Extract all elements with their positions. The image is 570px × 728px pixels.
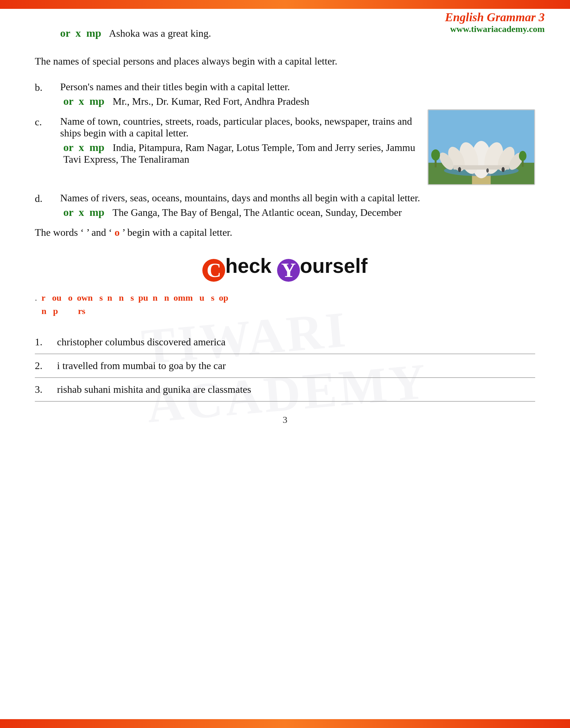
top-border	[0, 0, 570, 9]
item-d-text: Names of rivers, seas, oceans, mountains…	[60, 192, 535, 204]
x-word: x	[75, 27, 81, 39]
svg-point-15	[519, 151, 527, 160]
svg-point-16	[458, 167, 461, 172]
lotus-temple-image	[428, 109, 535, 185]
list-label-c: c.	[35, 115, 60, 128]
exercise-num-3: 3.	[35, 384, 57, 395]
svg-point-17	[502, 167, 505, 172]
or-xmp-c: or x mp	[63, 141, 104, 153]
instr-n4: n	[164, 293, 170, 302]
list-label-b: b.	[35, 81, 60, 93]
instr-n5: n	[41, 306, 46, 316]
exercise-text-2: i travelled from mumbai to goa by the ca…	[57, 360, 535, 372]
grammar-title: English Grammar 3	[445, 10, 545, 24]
bottom-border	[0, 719, 570, 728]
item-b-example: or x mp Mr., Mrs., Dr. Kumar, Red Fort, …	[60, 95, 535, 107]
list-label-d: d.	[35, 192, 60, 204]
page-number: 3	[35, 414, 535, 425]
page-header: English Grammar 3 www.tiwariacademy.com	[445, 10, 545, 34]
item-b-example-text: Mr., Mrs., Dr. Kumar, Red Fort, Andhra P…	[113, 96, 309, 107]
special-note: The words ‘ ’ and ‘ o ’ begin with a cap…	[35, 227, 535, 238]
instr-rs: rs	[78, 306, 85, 316]
instr-r: r	[41, 293, 45, 302]
instr-s3: s	[211, 293, 214, 302]
list-item-b: b. Person's names and their titles begin…	[35, 81, 535, 109]
exercise-text-3: rishab suhani mishita and gunika are cla…	[57, 384, 535, 395]
or-xmp-d: or x mp	[63, 206, 104, 218]
list-item-c: c.	[35, 115, 535, 185]
instr-p: p	[53, 306, 58, 316]
or-xmp-b: or x mp	[63, 95, 104, 107]
item-c-example-text: India, Pitampura, Ram Nagar, Lotus Templ…	[63, 142, 415, 165]
main-content: or x mp Ashoka was a great king. The nam…	[0, 9, 570, 444]
instr-n1: n	[107, 293, 112, 302]
item-b-text: Person's names and their titles begin wi…	[60, 81, 535, 93]
list-content-d: Names of rivers, seas, oceans, mountains…	[60, 192, 535, 220]
exercise-item-3: 3. rishab suhani mishita and gunika are …	[35, 378, 535, 402]
svg-point-13	[431, 149, 440, 160]
instr-s1: s	[99, 293, 103, 302]
svg-point-18	[486, 168, 489, 172]
y-circle: Y	[277, 259, 300, 282]
check-yourself-heading: Check Yourself	[35, 254, 535, 282]
c-circle: C	[202, 259, 225, 282]
exercise-num-1: 1.	[35, 336, 57, 348]
intro-example-text: Ashoka was a great king.	[109, 28, 211, 39]
exercise-num-2: 2.	[35, 360, 57, 372]
list-item-d: d. Names of rivers, seas, oceans, mounta…	[35, 192, 535, 220]
ourself-text: ourself	[300, 254, 367, 277]
instr-omm: omm	[174, 293, 193, 302]
instr-op: op	[219, 293, 228, 302]
list-content-b: Person's names and their titles begin wi…	[60, 81, 535, 109]
mp-word: mp	[86, 27, 101, 39]
item-d-example-text: The Ganga, The Bay of Bengal, The Atlant…	[112, 207, 402, 218]
exercise-item-2: 2. i travelled from mumbai to goa by the…	[35, 354, 535, 378]
item-d-example: or x mp The Ganga, The Bay of Bengal, Th…	[60, 206, 535, 218]
instr-n3: n	[153, 293, 158, 302]
instr-dot: .	[35, 293, 37, 302]
check-yourself-section: Check Yourself	[35, 254, 535, 282]
list-content-c: Name of town, countries, streets, roads,…	[60, 115, 535, 185]
heck-text: heck	[225, 254, 277, 277]
exercise-text-1: christopher columbus discovered america	[57, 336, 535, 348]
highlight-o: o	[114, 227, 120, 238]
instr-own: own	[77, 293, 93, 302]
instr-n2: n	[119, 293, 124, 302]
instr-s2: s	[130, 293, 134, 302]
or-word: or	[60, 27, 70, 39]
instr-ou: ou	[52, 293, 61, 302]
exercise-item-1: 1. christopher columbus discovered ameri…	[35, 330, 535, 354]
svg-rect-11	[454, 165, 510, 170]
or-xmp-label: or x mp	[60, 25, 101, 42]
website-url: www.tiwariacademy.com	[445, 24, 545, 34]
instr-u: u	[200, 293, 205, 302]
intro-note: The names of special persons and places …	[35, 53, 535, 69]
instr-o: o	[68, 293, 72, 302]
instr-pu: pu	[138, 293, 148, 302]
instructions-block: . r ou o own s n n s pu n n omm u s op n…	[35, 291, 535, 318]
